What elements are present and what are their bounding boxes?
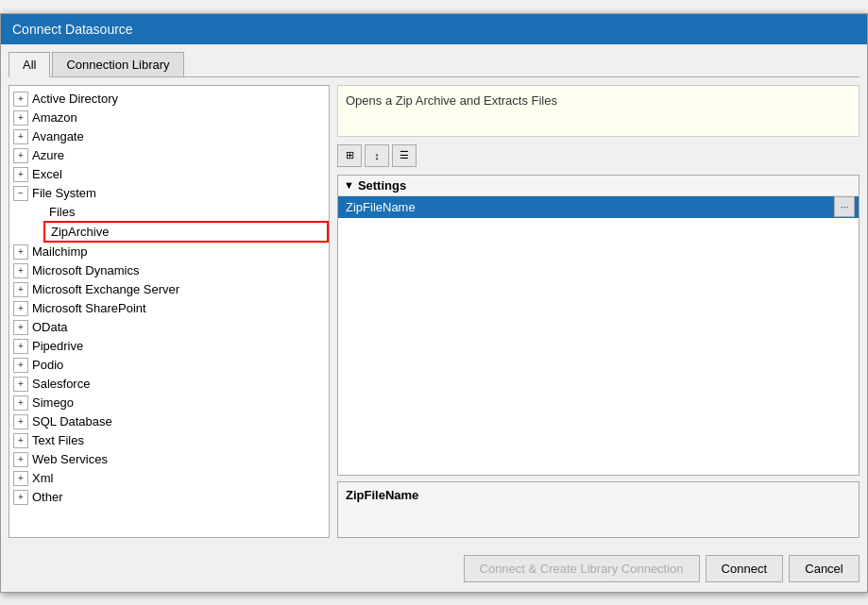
list-view-button[interactable]: ☰ <box>392 144 417 167</box>
tree-item-amazon[interactable]: + Amazon <box>9 109 329 127</box>
list-icon: ☰ <box>400 149 409 161</box>
tree-label-pipedrive: Pipedrive <box>30 339 83 353</box>
expander-sql-database[interactable]: + <box>13 414 28 429</box>
tree-label-sql-database: SQL Database <box>30 414 112 429</box>
title-bar: Connect Datasource <box>1 14 867 44</box>
tree-item-file-system[interactable]: − File System <box>9 184 329 203</box>
tree-item-simego[interactable]: + Simego <box>9 394 329 412</box>
connect-button[interactable]: Connect <box>706 555 783 582</box>
dialog-body: All Connection Library + Active Director… <box>1 44 867 546</box>
tree-item-azure[interactable]: + Azure <box>9 146 329 165</box>
expander-text-files[interactable]: + <box>13 433 28 448</box>
tree-label-podio: Podio <box>30 358 63 372</box>
grid-icon: ⊞ <box>346 149 354 161</box>
property-panel: ZipFileName <box>337 481 859 538</box>
tree-item-salesforce[interactable]: + Salesforce <box>9 375 329 394</box>
settings-row-label: ZipFileName <box>342 196 834 218</box>
browse-button[interactable]: ··· <box>834 196 855 217</box>
cancel-button[interactable]: Cancel <box>789 555 859 582</box>
expander-salesforce[interactable]: + <box>13 377 28 392</box>
toolbar-row: ⊞ ↕ ☰ <box>337 143 859 169</box>
tree-item-odata[interactable]: + OData <box>9 318 329 337</box>
tree-label-text-files: Text Files <box>30 433 84 447</box>
expander-microsoft-dynamics[interactable]: + <box>13 263 28 278</box>
tree-item-microsoft-sharepoint[interactable]: + Microsoft SharePoint <box>9 299 329 318</box>
tree-label-excel: Excel <box>30 167 62 181</box>
expander-web-services[interactable]: + <box>13 452 28 467</box>
expander-simego[interactable]: + <box>13 395 28 411</box>
footer: Connect & Create Library Connection Conn… <box>1 546 867 592</box>
tree-item-sql-database[interactable]: + SQL Database <box>9 412 329 431</box>
expander-podio[interactable]: + <box>13 358 28 373</box>
settings-header[interactable]: ▼ Settings <box>338 176 859 196</box>
expander-amazon[interactable]: + <box>13 110 28 126</box>
expander-pipedrive[interactable]: + <box>13 339 28 354</box>
grid-view-button[interactable]: ⊞ <box>337 144 362 167</box>
tree-item-avangate[interactable]: + Avangate <box>9 127 329 146</box>
property-label: ZipFileName <box>346 488 418 502</box>
tree-item-text-files[interactable]: + Text Files <box>9 431 329 450</box>
tree-label-microsoft-dynamics: Microsoft Dynamics <box>30 263 139 277</box>
settings-header-label: Settings <box>358 178 406 193</box>
content-area: + Active Directory + Amazon + Avangate +… <box>9 85 859 538</box>
tree-item-other[interactable]: + Other <box>9 488 329 507</box>
tree-label-file-system: File System <box>30 186 96 200</box>
expander-active-directory[interactable]: + <box>13 92 28 107</box>
expander-microsoft-exchange[interactable]: + <box>13 282 28 297</box>
tree-label-simego: Simego <box>30 395 74 410</box>
expander-xml[interactable]: + <box>13 471 28 486</box>
tree-label-ziparchive: ZipArchive <box>49 225 109 239</box>
tree-item-microsoft-exchange[interactable]: + Microsoft Exchange Server <box>9 280 329 299</box>
tree-label-amazon: Amazon <box>30 110 77 125</box>
tree-item-web-services[interactable]: + Web Services <box>9 450 329 469</box>
tree-label-salesforce: Salesforce <box>30 377 90 391</box>
dialog-title: Connect Datasource <box>12 22 133 37</box>
tree-panel[interactable]: + Active Directory + Amazon + Avangate +… <box>9 85 330 538</box>
tree-item-xml[interactable]: + Xml <box>9 469 329 488</box>
tree-label-microsoft-exchange: Microsoft Exchange Server <box>30 282 179 296</box>
tree-label-azure: Azure <box>30 148 64 162</box>
expander-odata[interactable]: + <box>13 320 28 335</box>
tree-label-mailchimp: Mailchimp <box>30 244 88 259</box>
tab-all[interactable]: All <box>9 52 50 77</box>
tree-label-xml: Xml <box>30 471 53 485</box>
tree-label-microsoft-sharepoint: Microsoft SharePoint <box>30 301 146 315</box>
settings-row-zipfilename[interactable]: ZipFileName ··· <box>338 196 859 218</box>
tree-item-microsoft-dynamics[interactable]: + Microsoft Dynamics <box>9 261 329 280</box>
connect-datasource-dialog: Connect Datasource All Connection Librar… <box>0 13 868 593</box>
tree-item-files[interactable]: Files <box>43 203 329 221</box>
tree-label-avangate: Avangate <box>30 129 84 143</box>
chevron-down-icon: ▼ <box>344 179 354 191</box>
tree-label-other: Other <box>30 490 63 504</box>
description-text: Opens a Zip Archive and Extracts Files <box>346 93 557 108</box>
tree-item-active-directory[interactable]: + Active Directory <box>9 90 329 109</box>
sort-icon: ↕ <box>374 150 380 161</box>
tree-item-mailchimp[interactable]: + Mailchimp <box>9 243 329 261</box>
expander-azure[interactable]: + <box>13 148 28 163</box>
right-panel: Opens a Zip Archive and Extracts Files ⊞… <box>337 85 859 538</box>
expander-excel[interactable]: + <box>13 167 28 182</box>
tree-label-files: Files <box>47 205 75 219</box>
expander-mailchimp[interactable]: + <box>13 244 28 260</box>
tree-item-excel[interactable]: + Excel <box>9 165 329 184</box>
expander-microsoft-sharepoint[interactable]: + <box>13 301 28 316</box>
expander-file-system[interactable]: − <box>13 186 28 201</box>
tabs-container: All Connection Library <box>9 52 859 77</box>
connect-create-library-button[interactable]: Connect & Create Library Connection <box>464 555 700 582</box>
tree-item-pipedrive[interactable]: + Pipedrive <box>9 337 329 356</box>
tree-label-active-directory: Active Directory <box>30 92 118 106</box>
expander-other[interactable]: + <box>13 490 28 505</box>
tree-item-podio[interactable]: + Podio <box>9 356 329 375</box>
tree-label-odata: OData <box>30 320 68 334</box>
expander-avangate[interactable]: + <box>13 129 28 144</box>
tree-children-file-system: Files ZipArchive <box>9 203 329 243</box>
tree-label-web-services: Web Services <box>30 452 108 466</box>
tree-item-ziparchive[interactable]: ZipArchive <box>43 221 329 243</box>
settings-panel: ▼ Settings ZipFileName ··· <box>337 175 859 476</box>
description-box: Opens a Zip Archive and Extracts Files <box>337 85 859 137</box>
tab-connection-library[interactable]: Connection Library <box>52 52 183 76</box>
sort-button[interactable]: ↕ <box>365 144 389 167</box>
